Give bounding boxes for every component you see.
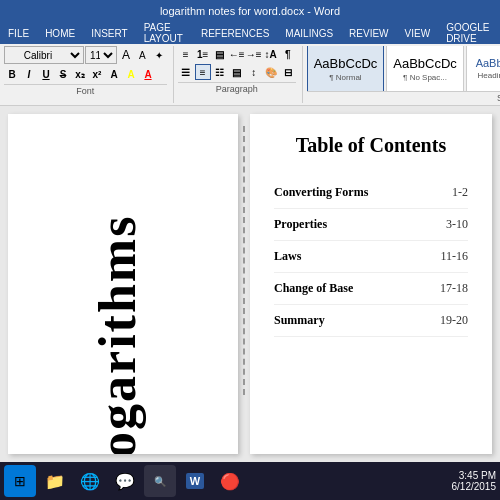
- decrease-indent-btn[interactable]: ←≡: [229, 46, 245, 62]
- toc-row: Laws11-16: [274, 241, 468, 273]
- font-name-row: Calibri 11 A A ✦: [4, 46, 167, 64]
- align-row: ☰ ≡ ☷ ▤ ↕ 🎨 ⊟: [178, 64, 296, 80]
- tab-references[interactable]: REFERENCES: [193, 22, 277, 44]
- style-normal-label: ¶ Normal: [329, 73, 361, 82]
- taskbar-explorer[interactable]: 📁: [39, 465, 71, 497]
- strikethrough-btn[interactable]: S: [55, 66, 71, 82]
- multilevel-list-btn[interactable]: ▤: [212, 46, 228, 62]
- tab-insert[interactable]: INSERT: [83, 22, 136, 44]
- toc-section-name: Converting Forms: [274, 177, 410, 209]
- justify-btn[interactable]: ▤: [229, 64, 245, 80]
- toc-row: Change of Base17-18: [274, 273, 468, 305]
- borders-btn[interactable]: ⊟: [280, 64, 296, 80]
- content-area: logarithms Table of Contents Converting …: [0, 106, 500, 462]
- tab-file[interactable]: FILE: [0, 22, 37, 44]
- tab-mailings[interactable]: MAILINGS: [277, 22, 341, 44]
- style-nospace-label: ¶ No Spac...: [403, 73, 447, 82]
- tab-home[interactable]: HOME: [37, 22, 83, 44]
- toc-row: Summary19-20: [274, 305, 468, 337]
- toc-row: Properties3-10: [274, 209, 468, 241]
- bullets-btn[interactable]: ≡: [178, 46, 194, 62]
- increase-indent-btn[interactable]: →≡: [246, 46, 262, 62]
- taskbar-search[interactable]: 🔍: [144, 465, 176, 497]
- page-left: logarithms: [8, 114, 238, 454]
- font-name-select[interactable]: Calibri: [4, 46, 84, 64]
- style-h1-preview: AaBbCc: [476, 57, 500, 69]
- taskbar: ⊞ 📁 🌐 💬 🔍 W 🔴 3:45 PM 6/12/2015: [0, 462, 500, 500]
- font-size-select[interactable]: 11: [85, 46, 117, 64]
- start-button[interactable]: ⊞: [4, 465, 36, 497]
- ribbon-toolbar: Calibri 11 A A ✦ B I U S x₂ x² A A A Fon…: [0, 44, 500, 106]
- style-h1-label: Heading 1: [478, 71, 500, 80]
- styles-gallery: AaBbCcDc ¶ Normal AaBbCcDc ¶ No Spac... …: [307, 46, 500, 91]
- list-row: ≡ 1≡ ▤ ←≡ →≡ ↕A ¶: [178, 46, 296, 62]
- word-icon: W: [186, 473, 204, 489]
- bold-btn[interactable]: B: [4, 66, 20, 82]
- start-icon: ⊞: [14, 473, 26, 489]
- sort-btn[interactable]: ↕A: [263, 46, 279, 62]
- title-text: logarithm notes for word.docx - Word: [160, 5, 340, 17]
- toc-section-name: Change of Base: [274, 273, 410, 305]
- style-normal-preview: AaBbCcDc: [314, 56, 378, 71]
- toc-section-name: Properties: [274, 209, 410, 241]
- format-row: B I U S x₂ x² A A A: [4, 66, 156, 82]
- style-no-spacing[interactable]: AaBbCcDc ¶ No Spac...: [386, 46, 464, 91]
- font-section-label: Font: [4, 84, 167, 96]
- clear-format-btn[interactable]: ✦: [151, 48, 167, 63]
- subscript-btn[interactable]: x₂: [72, 66, 88, 82]
- taskbar-edge[interactable]: 🌐: [74, 465, 106, 497]
- toc-page-numbers: 11-16: [410, 241, 468, 273]
- styles-section-label: Styles: [307, 91, 500, 103]
- page-divider: [238, 106, 250, 462]
- show-marks-btn[interactable]: ¶: [280, 46, 296, 62]
- align-right-btn[interactable]: ☷: [212, 64, 228, 80]
- taskbar-chat[interactable]: 💬: [109, 465, 141, 497]
- taskbar-word[interactable]: W: [179, 465, 211, 497]
- dashed-line: [243, 126, 245, 395]
- text-highlight-btn[interactable]: A: [123, 66, 139, 82]
- numbered-list-btn[interactable]: 1≡: [195, 46, 211, 62]
- rotated-logarithms-text: logarithms: [88, 215, 147, 454]
- underline-btn[interactable]: U: [38, 66, 54, 82]
- toc-table: Converting Forms1-2Properties3-10Laws11-…: [274, 177, 468, 337]
- font-group: Calibri 11 A A ✦ B I U S x₂ x² A A A Fon…: [4, 46, 174, 103]
- ribbon-tabs: FILE HOME INSERT PAGE LAYOUT REFERENCES …: [0, 22, 500, 44]
- toc-page-numbers: 3-10: [410, 209, 468, 241]
- style-heading1[interactable]: AaBbCc Heading 1: [466, 46, 500, 91]
- text-effects-btn[interactable]: A: [106, 66, 122, 82]
- style-nospace-preview: AaBbCcDc: [393, 56, 457, 71]
- grow-font-btn[interactable]: A: [118, 46, 134, 64]
- superscript-btn[interactable]: x²: [89, 66, 105, 82]
- shrink-font-btn[interactable]: A: [135, 48, 150, 63]
- paragraph-section-label: Paragraph: [178, 82, 296, 94]
- font-color-btn[interactable]: A: [140, 66, 156, 82]
- toc-title: Table of Contents: [274, 134, 468, 157]
- shading-btn[interactable]: 🎨: [263, 64, 279, 80]
- date-display: 6/12/2015: [452, 481, 497, 492]
- search-taskbar-text: 🔍: [154, 476, 166, 487]
- tab-view[interactable]: VIEW: [397, 22, 439, 44]
- toc-page-numbers: 1-2: [410, 177, 468, 209]
- toc-page-numbers: 19-20: [410, 305, 468, 337]
- align-left-btn[interactable]: ☰: [178, 64, 194, 80]
- toc-section-name: Laws: [274, 241, 410, 273]
- line-spacing-btn[interactable]: ↕: [246, 64, 262, 80]
- align-center-btn[interactable]: ≡: [195, 64, 211, 80]
- styles-section: AaBbCcDc ¶ Normal AaBbCcDc ¶ No Spac... …: [307, 46, 500, 103]
- style-normal[interactable]: AaBbCcDc ¶ Normal: [307, 46, 385, 91]
- taskbar-chrome[interactable]: 🔴: [214, 465, 246, 497]
- taskbar-time: 3:45 PM 6/12/2015: [452, 470, 497, 492]
- italic-btn[interactable]: I: [21, 66, 37, 82]
- title-bar: logarithm notes for word.docx - Word: [0, 0, 500, 22]
- page-right: Table of Contents Converting Forms1-2Pro…: [250, 114, 492, 454]
- tab-review[interactable]: REVIEW: [341, 22, 396, 44]
- tab-page-layout[interactable]: PAGE LAYOUT: [136, 22, 193, 44]
- toc-section-name: Summary: [274, 305, 410, 337]
- tab-google-drive[interactable]: GOOGLE DRIVE: [438, 22, 500, 44]
- toc-row: Converting Forms1-2: [274, 177, 468, 209]
- time-display: 3:45 PM: [452, 470, 497, 481]
- paragraph-group: ≡ 1≡ ▤ ←≡ →≡ ↕A ¶ ☰ ≡ ☷ ▤ ↕ 🎨 ⊟ Paragrap…: [178, 46, 303, 103]
- taskbar-clock: 3:45 PM 6/12/2015: [452, 470, 497, 492]
- toc-page-numbers: 17-18: [410, 273, 468, 305]
